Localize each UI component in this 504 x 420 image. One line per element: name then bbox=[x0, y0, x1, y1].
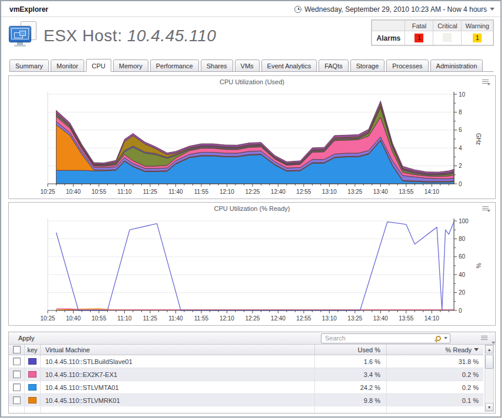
tab-vms[interactable]: VMs bbox=[235, 59, 260, 72]
table-row[interactable]: 10.4.45.110::STLVMTA01 24.2 % 0.2 % bbox=[9, 381, 483, 394]
alarms-summary: Fatal Critical Warning Alarms 1 1 bbox=[371, 19, 494, 46]
svg-text:11:55: 11:55 bbox=[194, 188, 209, 195]
alarms-col-fatal: Fatal bbox=[405, 21, 433, 31]
row-checkbox[interactable] bbox=[13, 396, 21, 404]
svg-text:12:25: 12:25 bbox=[245, 315, 260, 322]
tab-performance[interactable]: Performance bbox=[150, 59, 199, 72]
column-header-key[interactable]: key bbox=[25, 345, 41, 355]
svg-text:13:40: 13:40 bbox=[373, 315, 388, 322]
vm-name: 10.4.45.110::STLVMRK01 bbox=[41, 394, 315, 406]
chart-title-used: CPU Utilization (Used) bbox=[9, 78, 495, 85]
scrollbar-thumb[interactable] bbox=[485, 355, 493, 369]
svg-text:10:55: 10:55 bbox=[91, 315, 106, 322]
svg-text:12:10: 12:10 bbox=[220, 188, 234, 195]
sort-desc-icon bbox=[474, 348, 479, 351]
time-range-label: Wednesday, September 29, 2010 10:23 AM -… bbox=[304, 5, 487, 14]
search-box bbox=[321, 333, 450, 343]
chart-title-ready: CPU Utilization (% Ready) bbox=[9, 205, 495, 212]
svg-text:0: 0 bbox=[459, 307, 462, 314]
page-title-prefix: ESX Host: bbox=[44, 27, 127, 45]
svg-text:10: 10 bbox=[459, 91, 466, 98]
used-percent: 24.2 % bbox=[315, 381, 387, 393]
app-title: vmExplorer bbox=[9, 5, 48, 14]
select-all-checkbox[interactable] bbox=[13, 346, 21, 353]
svg-text:12:55: 12:55 bbox=[296, 315, 311, 322]
apply-button[interactable]: Apply bbox=[18, 335, 35, 342]
svg-text:12:25: 12:25 bbox=[245, 188, 260, 195]
svg-text:10:40: 10:40 bbox=[66, 188, 81, 195]
row-checkbox[interactable] bbox=[13, 383, 21, 391]
tab-memory[interactable]: Memory bbox=[113, 59, 148, 72]
tab-strip: Summary Monitor CPU Memory Performance S… bbox=[9, 58, 493, 72]
used-percent: 9.8 % bbox=[315, 394, 387, 406]
column-header-vm[interactable]: Virtual Machine bbox=[41, 345, 315, 355]
esx-host-icon bbox=[9, 21, 38, 47]
row-checkbox[interactable] bbox=[13, 371, 21, 378]
vm-table-panel: Apply key Virtual Machine Used % % Ready… bbox=[8, 332, 496, 414]
svg-text:11:25: 11:25 bbox=[143, 188, 158, 195]
chart-menu-icon[interactable] bbox=[482, 78, 490, 85]
alarms-label: Alarms bbox=[372, 31, 405, 45]
svg-text:12:40: 12:40 bbox=[271, 188, 286, 195]
vm-name: 10.4.45.110::STLBuildSlave01 bbox=[41, 355, 315, 368]
table-menu-icon[interactable] bbox=[481, 335, 489, 342]
table-row[interactable]: 10.4.45.110::STLVMRK01 9.8 % 0.1 % bbox=[9, 394, 483, 407]
scroll-down-icon[interactable]: ▼ bbox=[485, 403, 493, 411]
svg-text:13:25: 13:25 bbox=[347, 188, 362, 195]
tab-shares[interactable]: Shares bbox=[201, 59, 233, 72]
tab-event-analytics[interactable]: Event Analytics bbox=[261, 59, 317, 72]
chart-menu-icon[interactable] bbox=[482, 205, 490, 212]
svg-text:10:40: 10:40 bbox=[66, 315, 81, 322]
key-swatch bbox=[28, 358, 37, 365]
tab-faqts[interactable]: FAQts bbox=[319, 59, 349, 72]
search-input[interactable] bbox=[325, 335, 436, 342]
top-bar: vmExplorer Wednesday, September 29, 2010… bbox=[1, 1, 500, 17]
cpu-used-chart: 10:2510:4010:5511:1011:2511:4011:5512:10… bbox=[9, 87, 495, 199]
search-options-caret-icon[interactable] bbox=[444, 337, 447, 339]
tab-cpu[interactable]: CPU bbox=[86, 59, 111, 72]
svg-text:100: 100 bbox=[459, 218, 469, 224]
table-row[interactable]: 10.4.45.110::STLBuildSlave01 1.6 % 31.8 … bbox=[9, 355, 483, 368]
tab-storage[interactable]: Storage bbox=[350, 59, 385, 72]
svg-text:20: 20 bbox=[459, 289, 466, 296]
vm-name: 10.4.45.110::STLVMTA01 bbox=[41, 381, 315, 393]
svg-text:13:40: 13:40 bbox=[373, 188, 388, 195]
table-row[interactable]: 10.4.45.110::EX2K7-EX1 3.4 % 0.2 % bbox=[9, 368, 483, 381]
critical-alarm-badge[interactable] bbox=[443, 33, 452, 42]
svg-text:40: 40 bbox=[459, 272, 466, 278]
svg-text:11:10: 11:10 bbox=[117, 188, 132, 195]
svg-text:11:25: 11:25 bbox=[143, 315, 158, 322]
alarms-col-critical: Critical bbox=[433, 21, 462, 31]
tab-administration[interactable]: Administration bbox=[430, 59, 483, 72]
column-header-used[interactable]: Used % bbox=[315, 345, 387, 355]
svg-text:13:10: 13:10 bbox=[322, 188, 337, 195]
row-checkbox[interactable] bbox=[13, 358, 21, 365]
svg-text:11:10: 11:10 bbox=[117, 315, 132, 322]
warning-alarm-badge[interactable]: 1 bbox=[473, 34, 482, 42]
tab-monitor[interactable]: Monitor bbox=[51, 59, 84, 72]
tab-summary[interactable]: Summary bbox=[9, 59, 49, 72]
ready-percent: 0.2 % bbox=[387, 368, 483, 381]
clock-icon bbox=[294, 6, 301, 13]
table-scrollbar[interactable]: ▲ ▼ bbox=[485, 345, 494, 412]
fatal-alarm-badge[interactable]: 1 bbox=[415, 34, 423, 42]
svg-text:60: 60 bbox=[459, 253, 466, 260]
svg-text:11:40: 11:40 bbox=[168, 315, 183, 322]
time-range-selector[interactable]: Wednesday, September 29, 2010 10:23 AM -… bbox=[294, 1, 495, 17]
svg-text:13:25: 13:25 bbox=[347, 315, 362, 322]
chevron-down-icon bbox=[490, 8, 495, 11]
svg-text:13:10: 13:10 bbox=[322, 315, 337, 322]
svg-text:11:40: 11:40 bbox=[168, 188, 183, 195]
svg-text:12:55: 12:55 bbox=[296, 188, 311, 195]
svg-text:12:10: 12:10 bbox=[220, 315, 234, 322]
svg-text:13:55: 13:55 bbox=[399, 188, 413, 195]
svg-text:10:25: 10:25 bbox=[40, 188, 55, 195]
alarms-col-warning: Warning bbox=[462, 21, 493, 31]
tab-processes[interactable]: Processes bbox=[386, 59, 428, 72]
used-percent: 3.4 % bbox=[315, 368, 387, 381]
table-toolbar: Apply bbox=[9, 332, 495, 345]
column-header-ready[interactable]: % Ready bbox=[387, 345, 483, 355]
vm-name: 10.4.45.110::EX2K7-EX1 bbox=[41, 368, 315, 381]
search-icon[interactable] bbox=[436, 336, 441, 341]
scroll-up-icon[interactable]: ▲ bbox=[485, 345, 493, 353]
